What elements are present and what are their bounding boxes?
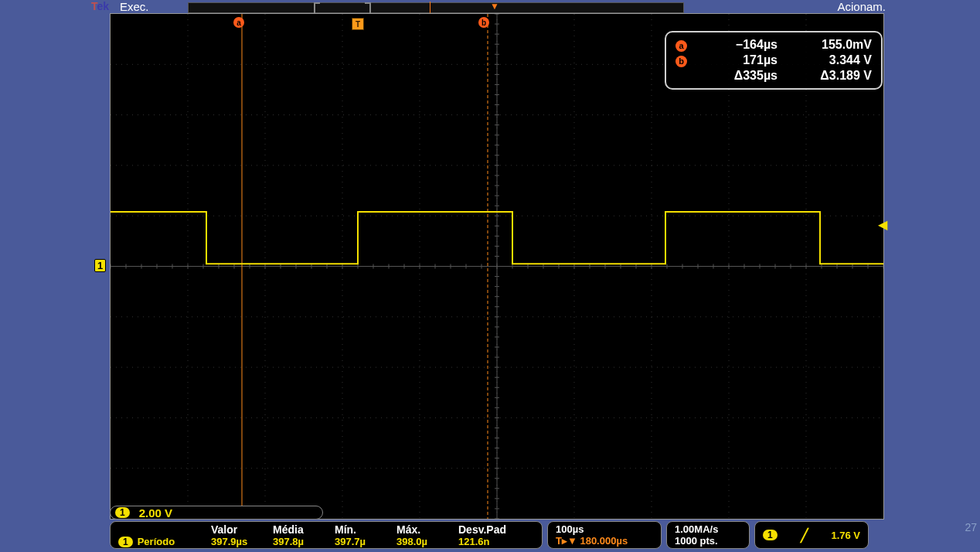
meas-valor: 397.9µs — [211, 536, 273, 547]
channel1-badge-icon: 1 — [115, 507, 130, 518]
channel1-ground-marker-icon[interactable]: 1 — [94, 259, 106, 272]
meas-hdr-max: Máx. — [396, 523, 458, 536]
cursor-readout-panel: a −164µs 155.0mV b 171µs 3.344 V Δ335µs … — [665, 31, 883, 90]
cursor-a-badge-icon: a — [675, 40, 687, 52]
cursor-b-badge-icon: b — [675, 56, 687, 67]
run-state: Exec. — [120, 0, 149, 13]
brand-logo: Tek — [91, 0, 109, 12]
trigger-level-arrow-icon[interactable]: ◀ — [878, 217, 887, 232]
meas-ch-badge-icon: 1 — [118, 537, 133, 547]
cursor-b-flag-icon[interactable]: b — [478, 17, 489, 28]
cursor-b-time: 171µs — [708, 53, 778, 67]
trigger-ch-badge-icon: 1 — [763, 530, 778, 540]
overview-trigger-icon: ▼ — [490, 1, 499, 12]
meas-hdr-media: Média — [273, 523, 335, 536]
trigger-level: 1.76 V — [831, 530, 860, 541]
meas-hdr-min: Mín. — [335, 523, 396, 536]
trigger-position-flag-icon[interactable]: T — [352, 18, 364, 30]
meas-hdr-desv: Desv.Pad — [458, 523, 528, 536]
meas-hdr-valor: Valor — [211, 523, 273, 536]
measurement-panel[interactable]: Valor Média Mín. Máx. Desv.Pad 1Período … — [110, 521, 543, 549]
meas-desv: 121.6n — [458, 536, 528, 547]
sample-points: 1000 pts. — [675, 535, 718, 547]
meas-name: Período — [138, 536, 175, 547]
meas-max: 398.0µ — [396, 536, 458, 547]
cursor-b-volt: 3.344 V — [787, 53, 872, 67]
sample-rate: 1.00MA/s — [675, 523, 718, 535]
cursor-delta-volt: Δ3.189 V — [787, 69, 872, 83]
cursor-a-volt: 155.0mV — [787, 38, 872, 52]
timebase-div: 100µs — [556, 523, 584, 535]
channel1-vdiv-value: 2.00 V — [139, 506, 172, 520]
channel1-scale-readout[interactable]: 1 2.00 V — [110, 506, 323, 520]
sample-panel[interactable]: 1.00MA/s 1000 pts. — [666, 521, 750, 549]
timebase-position: T▸▼ 180.000µs — [556, 535, 628, 547]
cursor-a-time: −164µs — [708, 38, 778, 52]
overview-cursor-a — [430, 2, 430, 14]
meas-min: 397.7µ — [335, 536, 396, 547]
cursor-a-flag-icon[interactable]: a — [233, 17, 244, 28]
record-overview[interactable]: ▼ — [188, 2, 684, 13]
rising-edge-icon: ╱ — [801, 528, 808, 543]
cursor-delta-time: Δ335µs — [708, 69, 778, 83]
timebase-panel[interactable]: 100µs T▸▼ 180.000µs — [547, 521, 662, 549]
trigger-panel[interactable]: 1 ╱ 1.76 V — [754, 521, 869, 549]
meas-media: 397.8µ — [273, 536, 335, 547]
trigger-state: Acionam. — [837, 0, 886, 13]
page-number: 27 — [965, 521, 977, 533]
